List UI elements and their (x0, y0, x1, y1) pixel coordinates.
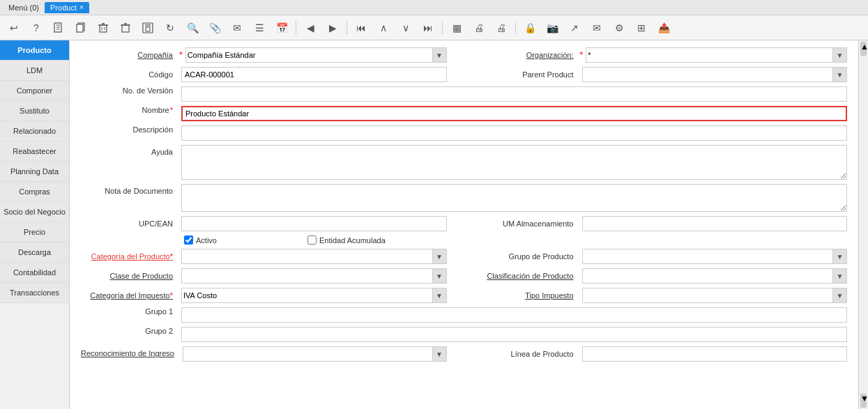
copy-icon (75, 22, 86, 33)
grupo-producto-select-wrap: ▼ (582, 249, 848, 264)
version-input[interactable] (181, 86, 847, 102)
refresh-button[interactable]: ↻ (160, 18, 180, 38)
new-icon (53, 22, 64, 33)
prev-button[interactable]: ∧ (374, 18, 393, 38)
scroll-track (859, 57, 868, 392)
grupo2-input[interactable] (181, 327, 847, 342)
settings-button[interactable]: ⚙ (609, 18, 629, 38)
codigo-input[interactable]: ACAR-000001 (181, 67, 447, 82)
delete-button[interactable] (93, 18, 113, 38)
compania-input[interactable]: Compañía Estándar (186, 48, 432, 62)
save-button[interactable] (138, 18, 158, 38)
toolbar-separator4 (515, 21, 516, 35)
product-tab[interactable]: Product × (45, 2, 89, 13)
um-almacenamiento-input[interactable] (582, 216, 848, 231)
scrollbar[interactable]: ▲ ▼ (858, 40, 868, 409)
row-upc: UPC/EAN UM Almacenamiento (81, 216, 847, 231)
undo-button[interactable]: ↩ (4, 18, 24, 38)
tipo-impuesto-arrow[interactable]: ▼ (832, 288, 846, 302)
list-button[interactable]: ☰ (250, 18, 269, 38)
attach-button[interactable]: 📎 (205, 18, 224, 38)
nota-doc-textarea[interactable] (181, 184, 847, 212)
categoria-producto-arrow[interactable]: ▼ (432, 249, 446, 263)
compania-dropdown-arrow[interactable]: ▼ (432, 48, 446, 62)
sidebar-item-precio[interactable]: Precio (0, 222, 69, 242)
sidebar-item-producto[interactable]: Producto (0, 40, 69, 61)
reconocimiento-ingreso-arrow[interactable]: ▼ (432, 347, 446, 361)
organizacion-input[interactable]: * (586, 48, 832, 62)
parent-product-label: Parent Product (482, 70, 579, 79)
row-codigo: Código ACAR-000001 Parent Product ▼ (81, 67, 847, 82)
sidebar-item-socio[interactable]: Socio del Negocio (0, 202, 69, 222)
delete2-button[interactable] (116, 18, 135, 38)
new-button[interactable] (49, 18, 68, 38)
nombre-input[interactable]: Producto Estándar (181, 106, 847, 121)
clasificacion-producto-select-wrap: ▼ (582, 268, 848, 284)
scroll-up-button[interactable]: ▲ (860, 42, 867, 56)
clasificacion-producto-input[interactable] (583, 269, 833, 283)
compania-required: * (179, 50, 183, 60)
row-grupo1: Grupo 1 (81, 307, 847, 323)
entidad-acumulada-wrap: Entidad Acumulada (307, 236, 386, 245)
clase-producto-input[interactable] (182, 269, 432, 283)
parent-product-group: Parent Product ▼ (482, 67, 848, 82)
next-button[interactable]: ∨ (396, 18, 416, 38)
grupo1-input[interactable] (181, 307, 847, 323)
share-button[interactable]: ↗ (565, 18, 584, 38)
row-descripcion: Descripción (81, 125, 847, 141)
sidebar-item-reabastecer[interactable]: Reabastecer (0, 141, 69, 162)
linea-producto-input[interactable] (582, 346, 848, 362)
organizacion-dropdown-arrow[interactable]: ▼ (832, 48, 846, 62)
sidebar-item-sustituto[interactable]: Sustituto (0, 101, 69, 121)
organizacion-label: Organización: (482, 51, 579, 59)
parent-product-select-wrap: ▼ (582, 67, 848, 82)
categoria-producto-input[interactable] (182, 249, 432, 263)
first-button[interactable]: ⏮ (351, 18, 371, 38)
categoria-impuesto-input[interactable]: IVA Costo (182, 288, 432, 302)
close-tab-icon[interactable]: × (79, 3, 84, 11)
menu-item[interactable]: Menú (0) (3, 2, 45, 13)
nota-doc-label: Nota de Documento (81, 187, 178, 195)
sidebar-item-planning-data[interactable]: Planning Data (0, 162, 69, 182)
clase-producto-arrow[interactable]: ▼ (432, 269, 446, 283)
sidebar-item-descarga[interactable]: Descarga (0, 242, 69, 263)
last-button[interactable]: ⏭ (418, 18, 438, 38)
sidebar-item-ldm[interactable]: LDM (0, 61, 69, 81)
activo-checkbox[interactable] (184, 236, 193, 245)
reconocimiento-ingreso-label: Reconocimiento de Ingreso (81, 349, 180, 358)
help-button[interactable]: ? (26, 18, 46, 38)
lock-button[interactable]: 🔒 (520, 18, 540, 38)
ayuda-textarea[interactable] (181, 145, 847, 180)
report-button[interactable]: ▦ (447, 18, 466, 38)
grupo-producto-input[interactable] (583, 249, 833, 263)
forward-button[interactable]: ▶ (323, 18, 342, 38)
clasificacion-producto-arrow[interactable]: ▼ (832, 269, 846, 283)
camera-button[interactable]: 📷 (542, 18, 562, 38)
export-button[interactable]: 📤 (654, 18, 673, 38)
scroll-down-button[interactable]: ▼ (860, 394, 867, 408)
parent-product-input[interactable] (583, 68, 833, 82)
parent-product-arrow[interactable]: ▼ (832, 68, 846, 82)
find-button[interactable]: 🔍 (183, 18, 202, 38)
categoria-impuesto-arrow[interactable]: ▼ (432, 288, 446, 302)
print-button[interactable]: 🖨 (469, 18, 489, 38)
grupo-producto-arrow[interactable]: ▼ (832, 249, 846, 263)
copy-button[interactable] (71, 18, 91, 38)
sidebar-item-compras[interactable]: Compras (0, 182, 69, 202)
sidebar-item-componer[interactable]: Componer (0, 81, 69, 101)
print2-button[interactable]: 🖨 (492, 18, 511, 38)
grid-button[interactable]: ⊞ (632, 18, 651, 38)
row-clase: Clase de Producto ▼ Clasificación de Pro… (81, 268, 847, 284)
tipo-impuesto-input[interactable] (583, 288, 833, 302)
upc-input[interactable] (181, 216, 447, 231)
sidebar-item-relacionado[interactable]: Relacionado (0, 121, 69, 141)
reconocimiento-ingreso-input[interactable] (183, 347, 432, 361)
entidad-acumulada-checkbox[interactable] (307, 236, 317, 245)
send-button[interactable]: ✉ (587, 18, 607, 38)
sidebar-item-transacciones[interactable]: Transacciones (0, 283, 69, 303)
back-button[interactable]: ◀ (300, 18, 320, 38)
calendar-button[interactable]: 📅 (272, 18, 291, 38)
descripcion-input[interactable] (181, 125, 847, 141)
chat-button[interactable]: ✉ (227, 18, 247, 38)
sidebar-item-contabilidad[interactable]: Contabilidad (0, 263, 69, 283)
